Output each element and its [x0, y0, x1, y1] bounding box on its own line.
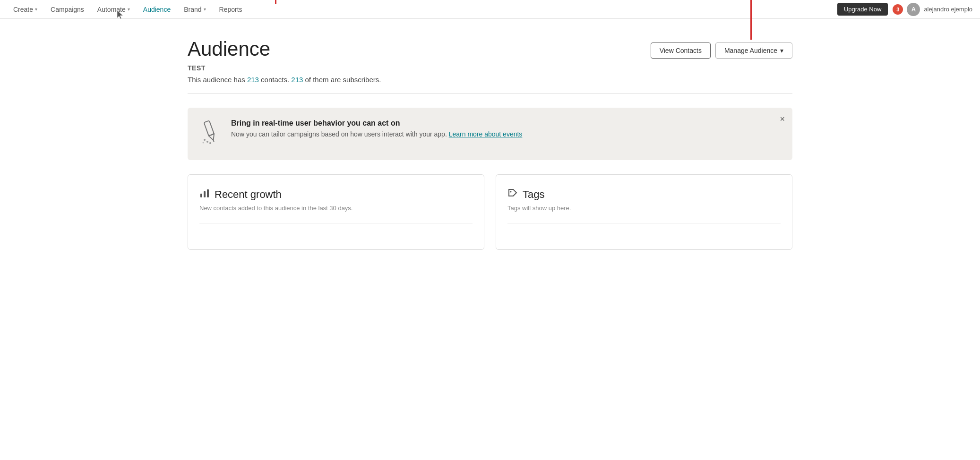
svg-marker-1 — [209, 134, 216, 141]
audience-description: This audience has 213 contacts. 213 of t… — [188, 76, 381, 84]
banner-learn-more-link[interactable]: Learn more about events — [449, 130, 523, 138]
svg-point-5 — [209, 142, 211, 144]
contacts-count[interactable]: 213 — [247, 76, 259, 84]
nav-left: Create ▾ Campaigns Automate ▾ Audience B… — [8, 0, 837, 19]
banner-content: Bring in real-time user behavior you can… — [231, 119, 522, 138]
svg-point-4 — [206, 141, 208, 143]
header-left: Audience TEST This audience has 213 cont… — [188, 38, 381, 84]
info-banner: Bring in real-time user behavior you can… — [188, 108, 792, 160]
tags-header: Tags — [507, 188, 781, 201]
page-title: Audience — [188, 38, 381, 60]
svg-rect-0 — [204, 120, 214, 136]
tags-title: Tags — [523, 188, 544, 201]
nav-item-automate[interactable]: Automate ▾ — [92, 0, 136, 19]
recent-growth-divider — [199, 223, 473, 223]
create-caret-icon: ▾ — [35, 7, 37, 12]
nav-item-brand[interactable]: Brand ▾ — [178, 0, 211, 19]
nav-item-campaigns[interactable]: Campaigns — [45, 0, 90, 19]
section-divider — [188, 93, 792, 94]
recent-growth-card: Recent growth New contacts added to this… — [188, 174, 484, 250]
recent-growth-header: Recent growth — [199, 188, 473, 201]
navbar: Create ▾ Campaigns Automate ▾ Audience B… — [0, 0, 980, 19]
manage-audience-caret-icon: ▾ — [780, 47, 783, 54]
recent-growth-subtitle: New contacts added to this audience in t… — [199, 204, 473, 212]
tags-card: Tags Tags will show up here. — [496, 174, 792, 250]
nav-item-create[interactable]: Create ▾ — [8, 0, 43, 19]
brand-caret-icon: ▾ — [204, 7, 206, 12]
header-row: Audience TEST This audience has 213 cont… — [188, 38, 792, 84]
cards-row: Recent growth New contacts added to this… — [188, 174, 792, 250]
recent-growth-title: Recent growth — [215, 188, 282, 201]
arrow-annotation-1 — [272, 0, 279, 4]
username-label: alejandro ejemplo — [924, 6, 972, 13]
banner-title: Bring in real-time user behavior you can… — [231, 119, 522, 128]
svg-point-6 — [203, 142, 204, 144]
banner-close-button[interactable]: × — [780, 114, 785, 124]
banner-desc: Now you can tailor campaigns based on ho… — [231, 130, 522, 138]
svg-rect-8 — [204, 191, 206, 197]
upgrade-now-button[interactable]: Upgrade Now — [837, 3, 888, 16]
svg-rect-9 — [207, 189, 209, 197]
bar-chart-icon — [199, 188, 210, 201]
svg-point-3 — [204, 139, 206, 141]
tags-subtitle: Tags will show up here. — [507, 204, 781, 212]
svg-line-2 — [213, 140, 214, 142]
view-contacts-button[interactable]: View Contacts — [651, 43, 711, 59]
subscribers-count[interactable]: 213 — [291, 76, 303, 84]
notification-count: 3 — [893, 4, 903, 15]
automate-caret-icon: ▾ — [128, 7, 130, 12]
audience-subtitle: TEST — [188, 64, 381, 72]
arrow-annotation-2 — [747, 0, 755, 40]
svg-point-10 — [510, 191, 512, 193]
avatar: A — [907, 3, 920, 16]
tags-divider — [507, 223, 781, 223]
avatar-badge: 3 A alejandro ejemplo — [893, 3, 972, 16]
tag-icon — [507, 188, 518, 201]
main-content: Audience TEST This audience has 213 cont… — [159, 19, 821, 269]
manage-audience-button[interactable]: Manage Audience ▾ — [715, 43, 792, 59]
header-actions: View Contacts Manage Audience ▾ — [651, 43, 792, 59]
nav-item-reports[interactable]: Reports — [214, 0, 248, 19]
banner-pencil-icon — [199, 119, 222, 149]
nav-right: Upgrade Now 3 A alejandro ejemplo — [837, 3, 972, 16]
svg-rect-7 — [200, 194, 202, 197]
nav-item-audience[interactable]: Audience — [138, 0, 176, 19]
